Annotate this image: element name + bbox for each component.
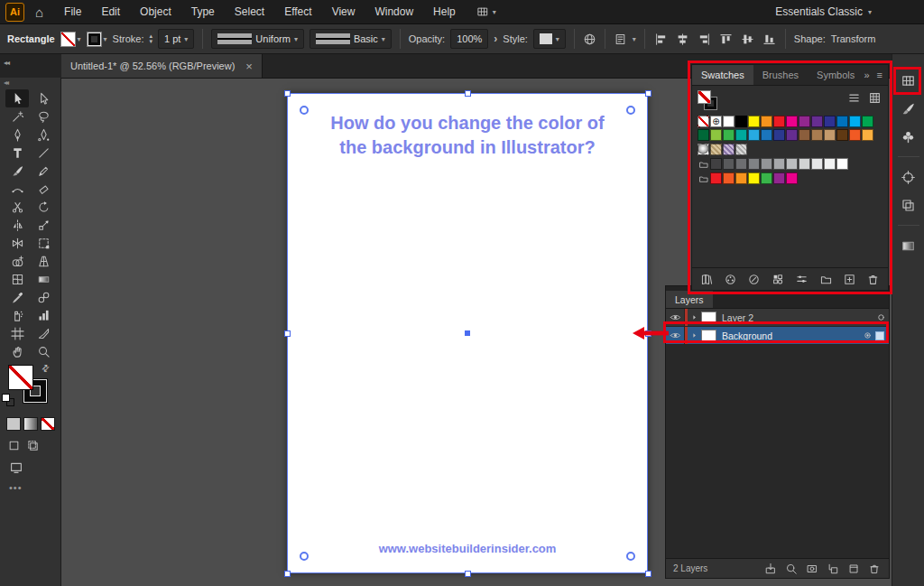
color-guide-panel-icon[interactable]	[897, 165, 920, 189]
symbol-sprayer-tool[interactable]	[5, 306, 29, 324]
type-tool[interactable]	[5, 144, 29, 162]
selection-handle[interactable]	[645, 90, 651, 97]
brush-definition-select[interactable]: Basic ▾	[310, 29, 392, 49]
color-swatch[interactable]	[735, 129, 747, 141]
color-swatch[interactable]	[786, 172, 798, 184]
fill-color-control[interactable]: ▾	[60, 32, 81, 47]
reflect-tool[interactable]	[5, 216, 29, 234]
color-swatch[interactable]	[761, 116, 772, 127]
document-setup-icon[interactable]	[614, 33, 627, 46]
color-swatch[interactable]	[849, 116, 861, 127]
menu-edit[interactable]: Edit	[91, 0, 130, 23]
layer-thumbnail[interactable]	[701, 330, 716, 341]
pattern-swatch[interactable]	[723, 144, 735, 155]
locate-object-icon[interactable]	[784, 562, 799, 576]
align-bottom-icon[interactable]	[762, 32, 777, 47]
edit-colors-icon[interactable]	[747, 272, 762, 286]
graphic-style-select[interactable]: ▾	[533, 29, 566, 49]
default-fill-stroke-icon[interactable]	[2, 394, 14, 406]
stroke-weight-stepper[interactable]: ▴▾	[149, 33, 152, 44]
toolbar-overflow-icon[interactable]: •••	[9, 482, 23, 493]
color-swatch[interactable]	[748, 116, 760, 127]
line-segment-tool[interactable]	[32, 144, 55, 162]
panel-overflow-icon[interactable]: »	[864, 70, 869, 80]
menu-type[interactable]: Type	[181, 0, 225, 23]
color-swatch[interactable]	[799, 158, 810, 170]
fill-stroke-indicator[interactable]	[698, 90, 719, 112]
rotate-tool[interactable]	[32, 198, 55, 216]
expand-layer-icon[interactable]	[688, 331, 701, 340]
color-swatch[interactable]	[836, 129, 848, 141]
screen-mode-icon[interactable]	[9, 460, 23, 479]
color-swatch[interactable]	[862, 116, 873, 127]
menu-effect[interactable]: Effect	[274, 0, 321, 23]
gradient-tool[interactable]	[32, 270, 55, 288]
list-view-icon[interactable]	[845, 90, 862, 105]
delete-layer-icon[interactable]	[867, 562, 882, 576]
globe-icon[interactable]	[583, 33, 596, 46]
menu-file[interactable]: File	[54, 0, 91, 23]
color-swatch[interactable]	[786, 158, 798, 170]
swatch-registration[interactable]: ⊕	[710, 116, 722, 127]
color-swatch[interactable]	[723, 158, 735, 170]
new-layer-icon[interactable]	[846, 562, 861, 576]
scale-tool[interactable]	[32, 216, 55, 234]
draw-normal-icon[interactable]	[7, 439, 21, 456]
tab-layers[interactable]: Layers	[666, 291, 713, 308]
eraser-tool[interactable]	[32, 180, 55, 198]
color-swatch[interactable]	[773, 129, 785, 141]
pen-tool[interactable]	[5, 126, 29, 144]
draw-behind-icon[interactable]	[26, 439, 40, 456]
color-swatch[interactable]	[824, 116, 836, 127]
width-profile-select[interactable]: Uniform ▾	[211, 29, 304, 49]
swatch-libraries-icon[interactable]	[699, 272, 714, 286]
transparency-panel-icon[interactable]	[897, 193, 920, 217]
color-themes-icon[interactable]	[723, 272, 737, 286]
opacity-value-field[interactable]: 100%	[450, 29, 488, 49]
paintbrush-tool[interactable]	[5, 162, 29, 180]
color-swatch[interactable]	[761, 129, 772, 141]
eyedropper-tool[interactable]	[5, 288, 29, 306]
menu-select[interactable]: Select	[225, 0, 274, 23]
color-swatch[interactable]	[748, 158, 760, 170]
document-tab[interactable]: Untitled-1* @ 52.56% (RGB/Preview) ×	[61, 54, 263, 78]
color-swatch[interactable]	[710, 172, 722, 184]
color-swatch[interactable]	[723, 129, 735, 141]
align-left-icon[interactable]	[653, 32, 669, 47]
lasso-tool[interactable]	[32, 107, 55, 126]
color-swatch[interactable]	[698, 129, 709, 141]
selection-handle[interactable]	[465, 90, 471, 97]
menu-view[interactable]: View	[322, 0, 365, 23]
color-swatch[interactable]	[862, 129, 873, 141]
hand-tool[interactable]	[5, 342, 29, 360]
arrange-documents-icon[interactable]: ▾	[476, 5, 496, 18]
visibility-toggle-icon[interactable]	[666, 309, 685, 326]
opacity-options-icon[interactable]: ›	[494, 33, 497, 45]
color-swatch[interactable]	[811, 129, 823, 141]
smooth-tool[interactable]	[5, 180, 29, 198]
collapse-panel-icon[interactable]: ◂◂	[0, 78, 60, 89]
symbols-panel-icon[interactable]	[897, 125, 920, 148]
target-icon[interactable]	[859, 330, 875, 341]
visibility-toggle-icon[interactable]	[666, 327, 685, 344]
swatches-panel-icon[interactable]	[897, 69, 920, 92]
slice-tool[interactable]	[32, 324, 55, 342]
tab-brushes[interactable]: Brushes	[753, 65, 808, 85]
color-swatch[interactable]	[836, 116, 848, 127]
expand-layer-icon[interactable]	[688, 313, 701, 321]
collapse-tools-icon[interactable]: ◂◂	[4, 59, 9, 67]
free-transform-tool[interactable]	[32, 234, 55, 252]
magic-wand-tool[interactable]	[5, 107, 29, 126]
live-corner-widget[interactable]	[626, 552, 635, 561]
grid-view-icon[interactable]	[866, 90, 882, 105]
collect-export-icon[interactable]	[763, 562, 778, 576]
shape-builder-tool[interactable]	[5, 252, 29, 270]
swatch-options-icon[interactable]	[795, 272, 809, 286]
selection-handle[interactable]	[645, 571, 651, 577]
opacity-label[interactable]: Opacity:	[409, 33, 445, 44]
pattern-swatch[interactable]	[710, 144, 722, 155]
stroke-weight-select[interactable]: 1 pt ▾	[158, 29, 194, 49]
stroke-color-control[interactable]: ▾	[87, 32, 107, 47]
new-color-group-icon[interactable]	[818, 272, 833, 286]
selection-tool[interactable]	[5, 89, 29, 107]
